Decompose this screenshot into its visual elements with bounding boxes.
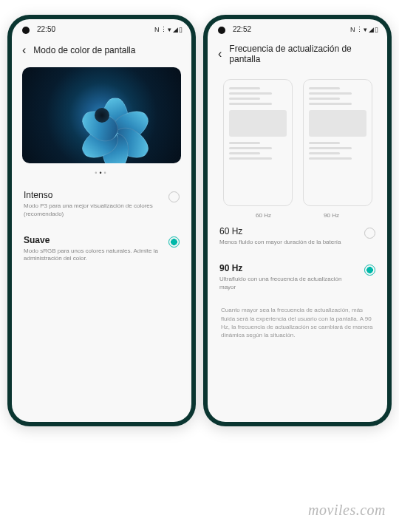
status-icons: N ⋮ ▾ ◢ ▯ (154, 26, 183, 33)
color-preview-image[interactable] (22, 67, 181, 163)
preview-labels: 60 Hz 90 Hz (208, 209, 387, 219)
option-intenso[interactable]: Intenso Modo P3 para una mejor visualiza… (12, 183, 191, 228)
status-bar: 22:50 N ⋮ ▾ ◢ ▯ (12, 19, 191, 36)
page-title: Frecuencia de actualización de pantalla (229, 44, 377, 64)
camera-hole-icon (218, 27, 225, 34)
preview-60hz[interactable] (223, 79, 293, 206)
preview-90hz[interactable] (303, 79, 372, 206)
clock: 22:50 (37, 25, 55, 33)
option-title: 60 Hz (219, 226, 358, 236)
back-icon[interactable]: ‹ (218, 47, 222, 61)
radio-icon[interactable] (364, 228, 375, 239)
phone-right: 22:52 N ⋮ ▾ ◢ ▯ ‹ Frecuencia de actualiz… (203, 15, 392, 426)
option-suave[interactable]: Suave Modo sRGB para unos colores natura… (12, 228, 191, 273)
option-title: Intenso (24, 190, 163, 200)
option-desc: Ultrafluido con una frecuencia de actual… (219, 276, 358, 292)
radio-icon[interactable] (168, 191, 180, 202)
option-90hz[interactable]: 90 Hz Ultrafluido con una frecuencia de … (208, 256, 387, 301)
label-90hz: 90 Hz (303, 212, 361, 219)
watermark: moviles.com (308, 502, 386, 519)
option-title: Suave (24, 235, 163, 245)
label-60hz: 60 Hz (235, 212, 293, 219)
option-desc: Modo P3 para una mejor visualización de … (24, 202, 163, 219)
option-title: 90 Hz (219, 263, 358, 273)
radio-checked-icon[interactable] (364, 265, 375, 276)
page-title: Modo de color de pantalla (33, 45, 135, 55)
status-icons: N ⋮ ▾ ◢ ▯ (350, 26, 378, 33)
option-desc: Menos fluido con mayor duración de la ba… (219, 239, 358, 247)
back-icon[interactable]: ‹ (22, 44, 26, 57)
pagination-dots[interactable]: ••• (12, 169, 191, 177)
header: ‹ Modo de color de pantalla (12, 36, 191, 67)
option-60hz[interactable]: 60 Hz Menos fluido con mayor duración de… (208, 219, 387, 256)
camera-hole-icon (22, 27, 30, 34)
radio-checked-icon[interactable] (168, 236, 180, 248)
option-desc: Modo sRGB para unos colores naturales. A… (24, 248, 163, 264)
clock: 22:52 (233, 25, 251, 33)
phone-left: 22:50 N ⋮ ▾ ◢ ▯ ‹ Modo de color de panta… (7, 15, 196, 426)
header: ‹ Frecuencia de actualización de pantall… (208, 36, 387, 75)
refresh-rate-preview (208, 75, 387, 209)
status-bar: 22:52 N ⋮ ▾ ◢ ▯ (208, 19, 387, 36)
footer-note: Cuanto mayor sea la frecuencia de actual… (208, 300, 387, 345)
